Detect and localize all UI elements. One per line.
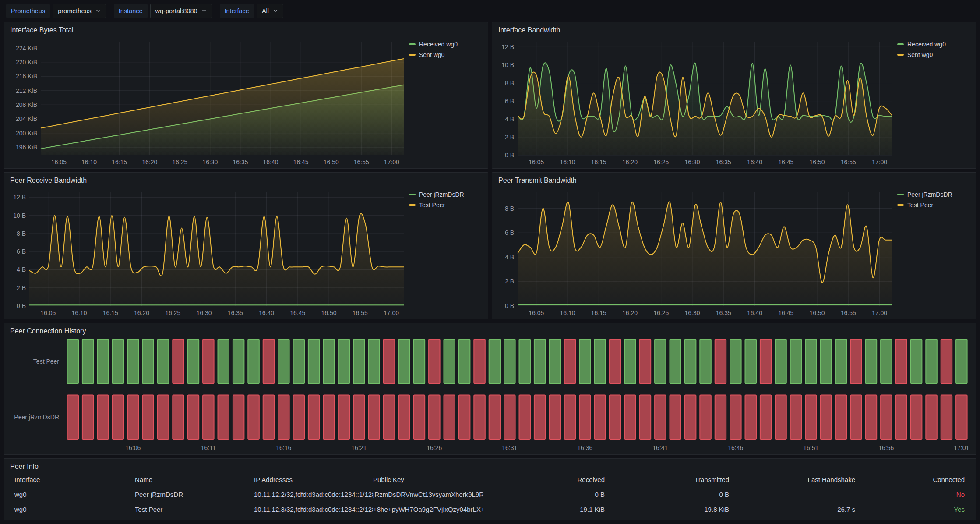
variable-label-interface[interactable]: Interface (220, 4, 254, 18)
legend-item-sent-wg0[interactable]: Sent wg0 (409, 51, 483, 58)
status-bar (805, 395, 817, 440)
panel-peer-transmit-bandwidth: Peer Transmit Bandwidth 16:0516:1016:151… (492, 172, 976, 319)
x-axis-tick-label: 16:30 (197, 309, 212, 316)
table-row[interactable]: wg0Test Peer10.11.12.3/32,fdfd:d3ad:c0de… (11, 502, 969, 517)
x-axis-tick-label: 16:05 (51, 159, 67, 166)
column-header-ip-addresses[interactable]: IP Addresses (254, 476, 373, 483)
legend-swatch (409, 54, 416, 56)
status-bar (158, 339, 169, 384)
y-axis-tick-label: 0 B (17, 302, 26, 309)
status-bar (564, 395, 576, 440)
legend-item-sent-wg0[interactable]: Sent wg0 (897, 51, 971, 58)
chart-legend: Received wg0Sent wg0 (895, 35, 973, 167)
status-bar (504, 339, 515, 384)
status-bar (263, 339, 275, 384)
column-header-last-handshake[interactable]: Last Handshake (730, 476, 856, 483)
column-header-interface[interactable]: Interface (14, 476, 135, 483)
column-header-connected[interactable]: Connected (856, 476, 966, 483)
status-bar (745, 339, 757, 384)
legend-label: Received wg0 (419, 41, 458, 48)
variable-label-instance[interactable]: Instance (114, 4, 148, 18)
panel-peer-receive-bandwidth: Peer Receive Bandwidth 16:0516:1016:1516… (4, 172, 488, 319)
cell-ip-addresses: 10.11.12.3/32,fdfd:d3ad:c0de:1234::2/128 (254, 506, 373, 513)
legend-item-peer-jrzmdsdr[interactable]: Peer jRzmDsDR (897, 191, 971, 198)
status-bar (353, 339, 365, 384)
x-axis-tick-label: 16:25 (653, 309, 669, 316)
status-bar (233, 339, 244, 384)
x-axis-tick-label: 16:05 (529, 159, 544, 166)
legend-item-peer-jrzmdsdr[interactable]: Peer jRzmDsDR (409, 191, 483, 198)
status-bar (173, 395, 184, 440)
y-axis-tick-label: 10 B (501, 61, 514, 68)
panel-title-peer-transmit-bandwidth[interactable]: Peer Transmit Bandwidth (492, 173, 976, 186)
chart-legend: Peer jRzmDsDRTest Peer (406, 186, 484, 318)
column-header-received[interactable]: Received (483, 476, 606, 483)
y-axis-tick-label: 2 B (505, 134, 514, 141)
chart-peer-connection-history[interactable]: Test PeerPeer jRzmDsDR16:0616:1116:1616:… (7, 336, 973, 453)
chart-svg-peer-transmit-bandwidth: 16:0516:1016:1516:2016:2516:3016:3516:40… (496, 186, 895, 318)
status-bar (444, 339, 455, 384)
chart-peer-receive-bandwidth[interactable]: 16:0516:1016:1516:2016:2516:3016:3516:40… (7, 186, 406, 318)
legend-swatch (409, 204, 416, 206)
panel-title-interface-bytes-total[interactable]: Interface Bytes Total (4, 22, 488, 35)
x-axis-tick-label: 16:20 (142, 159, 157, 166)
status-bar (911, 395, 922, 440)
peer-info-table: InterfaceNameIP AddressesPublic KeyRecei… (7, 472, 973, 519)
column-header-public-key[interactable]: Public Key (373, 476, 483, 483)
x-axis-tick-label: 16:15 (591, 159, 606, 166)
variable-dropdown-instance[interactable]: wg-portal:8080 (150, 4, 212, 18)
status-bar (685, 395, 696, 440)
x-axis-tick-label: 16:15 (591, 309, 606, 316)
status-bar (760, 339, 772, 384)
legend-item-received-wg0[interactable]: Received wg0 (409, 41, 483, 48)
panel-title-peer-info[interactable]: Peer Info (4, 459, 976, 472)
variable-dropdown-interface[interactable]: All (257, 4, 283, 18)
x-axis-tick-label: 16:10 (81, 159, 97, 166)
grafana-dashboard: Prometheus prometheus Instance wg-portal… (0, 0, 980, 524)
status-bar (700, 395, 711, 440)
status-bar (775, 339, 786, 384)
chart-peer-transmit-bandwidth[interactable]: 16:0516:1016:1516:2016:2516:3016:3516:40… (496, 186, 895, 318)
status-bar (700, 339, 711, 384)
status-bar (790, 339, 802, 384)
x-axis-tick-label: 16:40 (747, 159, 762, 166)
status-bar (293, 339, 305, 384)
cell-transmitted: 19.8 KiB (606, 506, 730, 513)
y-axis-tick-label: 0 B (505, 152, 514, 159)
status-bar (519, 395, 531, 440)
status-bar (158, 395, 169, 440)
status-bar (640, 395, 651, 440)
y-axis-tick-label: 216 KiB (16, 73, 37, 80)
column-header-name[interactable]: Name (135, 476, 254, 483)
x-axis-tick-label: 16:45 (293, 159, 309, 166)
column-header-transmitted[interactable]: Transmitted (606, 476, 730, 483)
panel-title-peer-receive-bandwidth[interactable]: Peer Receive Bandwidth (4, 173, 488, 186)
row-label-peer-jrzmdsdr: Peer jRzmDsDR (14, 414, 59, 421)
variable-dropdown-prometheus[interactable]: prometheus (53, 4, 106, 18)
status-bar (579, 339, 591, 384)
legend-item-test-peer[interactable]: Test Peer (897, 202, 971, 209)
chart-legend: Received wg0Sent wg0 (406, 35, 484, 167)
x-axis-tick-label: 17:00 (384, 159, 399, 166)
status-bar (113, 339, 124, 384)
panel-title-peer-connection-history[interactable]: Peer Connection History (4, 323, 976, 336)
x-axis-tick-label: 16:35 (228, 309, 243, 316)
status-bar (82, 395, 94, 440)
legend-label: Received wg0 (907, 41, 946, 48)
variables-toolbar: Prometheus prometheus Instance wg-portal… (4, 4, 976, 18)
legend-label: Test Peer (419, 202, 445, 209)
table-row[interactable]: wg0Peer jRzmDsDR10.11.12.2/32,fdfd:d3ad:… (11, 487, 969, 502)
status-bar (414, 395, 425, 440)
legend-item-received-wg0[interactable]: Received wg0 (897, 41, 971, 48)
chart-interface-bytes-total[interactable]: 16:0516:1016:1516:2016:2516:3016:3516:40… (7, 35, 406, 167)
x-axis-tick-label: 16:40 (747, 309, 762, 316)
status-bar (790, 395, 802, 440)
status-bar (534, 395, 546, 440)
panel-title-interface-bandwidth[interactable]: Interface Bandwidth (492, 22, 976, 35)
status-bar (384, 395, 395, 440)
legend-item-test-peer[interactable]: Test Peer (409, 202, 483, 209)
variable-label-prometheus[interactable]: Prometheus (6, 4, 50, 18)
chart-interface-bandwidth[interactable]: 16:0516:1016:1516:2016:2516:3016:3516:40… (496, 35, 895, 167)
status-bar (338, 339, 350, 384)
status-bar (489, 395, 501, 440)
